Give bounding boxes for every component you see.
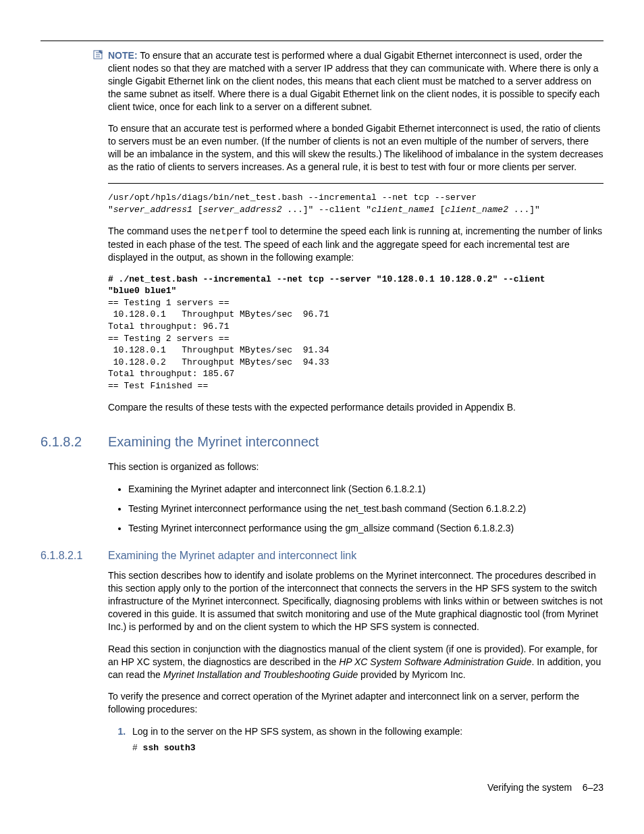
example-cmd-1: # ./net_test.bash --incremental --net tc… [108,274,550,284]
list-item: Testing Myrinet interconnect performance… [128,502,603,515]
note-paragraph-1: NOTE: To ensure that an accurate test is… [108,49,603,113]
guide-title-2: Myrinet Installation and Troubleshooting… [163,669,358,680]
sub-p2: Read this section in conjunction with th… [108,643,603,681]
top-rule [41,41,603,41]
list-item: Testing Myrinet interconnect performance… [128,522,603,535]
subsection-6-1-8-2-1-heading: 6.1.8.2.1Examining the Myrinet adapter a… [41,548,603,563]
note-icon [93,49,104,63]
list-item: Examining the Myrinet adapter and interc… [128,483,603,496]
step-1: Log in to the server on the HP SFS syste… [128,725,603,754]
section-bullet-list: Examining the Myrinet adapter and interc… [108,483,603,535]
note-paragraph-2: To ensure that an accurate test is perfo… [108,122,603,174]
subsection-title: Examining the Myrinet adapter and interc… [108,550,356,561]
example-output: == Testing 1 servers == 10.128.0.1 Throu… [108,298,329,391]
client-name2: client_name2 [445,205,508,215]
step-1-text: Log in to the server on the HP SFS syste… [132,726,462,737]
netperf-tool: netperf [209,226,249,237]
br2: [ [435,205,446,215]
procedure-list: Log in to the server on the HP SFS syste… [108,725,603,754]
netperf-paragraph: The command uses the netperf tool to det… [108,225,603,264]
section-title: Examining the Myrinet interconnect [108,434,319,449]
section-6-1-8-2-heading: 6.1.8.2Examining the Myrinet interconnec… [41,433,603,451]
subsection-number: 6.1.8.2.1 [41,548,108,563]
p2c: provided by Myricom Inc. [358,669,466,680]
section-intro: This section is organized as follows: [108,461,603,473]
server-addr1: server_address1 [113,205,192,215]
compare-paragraph: Compare the results of these tests with … [108,401,603,414]
section-number: 6.1.8.2 [41,433,108,451]
command-syntax-block: /usr/opt/hpls/diags/bin/net_test.bash --… [108,192,603,215]
note-text-1: To ensure that an accurate test is perfo… [108,50,599,112]
page-footer: Verifying the system 6–23 [41,781,603,794]
br1: [ [192,205,203,215]
sub-p1: This section describes how to identify a… [108,569,603,633]
client-name1: client_name1 [371,205,435,215]
el1: ...] [281,205,308,215]
example-output-block: # ./net_test.bash --incremental --net tc… [108,273,603,392]
el2: ...] [508,205,535,215]
page-number: 6–23 [583,782,603,793]
q1: " [108,205,113,215]
step-1-code: # ssh south3 [132,742,603,754]
footer-text: Verifying the system [487,782,572,793]
cmd-path: /usr/opt/hpls/diags/bin/net_test.bash --… [108,192,482,203]
example-cmd-2: "blue0 blue1" [108,286,176,296]
guide-title-1: HP XC System Software Administration Gui… [339,656,531,667]
server-addr2: server_address2 [203,205,281,215]
note-label: NOTE: [108,50,138,61]
q2: " [535,205,540,215]
client-flag: " --client " [308,205,372,215]
sub-p3: To verify the presence and correct opera… [108,690,603,716]
ssh-command: ssh south3 [143,743,196,753]
prompt: # [132,743,143,753]
note-block: NOTE: To ensure that an accurate test is… [108,49,603,174]
mid-rule [108,183,603,184]
cmd-para-a: The command uses the [108,226,209,236]
